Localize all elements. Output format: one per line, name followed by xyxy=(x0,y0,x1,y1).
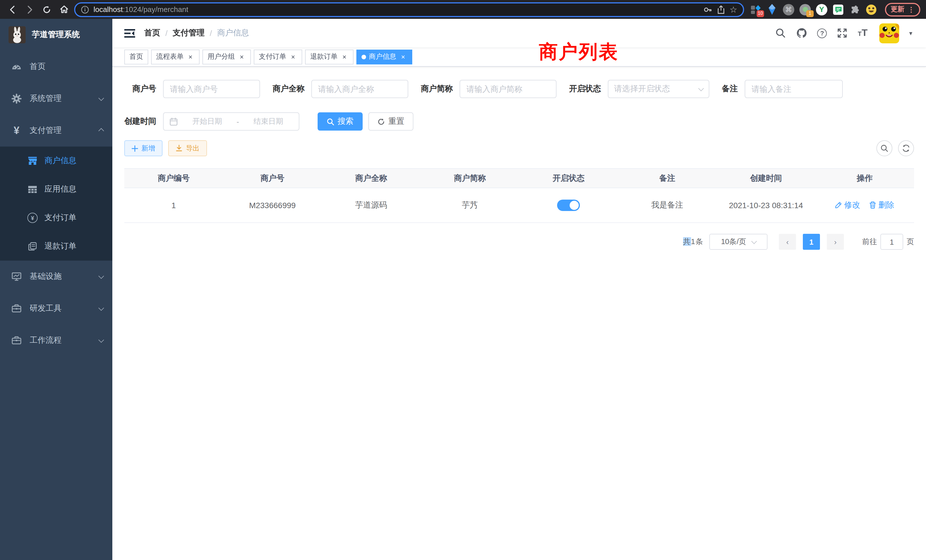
browser-menu-icon[interactable]: ⋮ xyxy=(908,5,915,14)
next-page-button[interactable]: › xyxy=(827,234,844,250)
main-content: 首页 / 支付管理 / 商户信息 ? xyxy=(112,19,926,560)
export-button[interactable]: 导出 xyxy=(168,140,207,156)
sidebar-item-payment[interactable]: ¥ 支付管理 xyxy=(0,115,112,147)
merchant-no-input[interactable] xyxy=(163,80,260,98)
page-size-select[interactable]: 10条/页 xyxy=(709,234,767,250)
tab-label: 支付订单 xyxy=(259,52,286,62)
create-time-range-picker[interactable]: 开始日期 - 结束日期 xyxy=(163,112,300,130)
tab-process-form[interactable]: 流程表单× xyxy=(151,49,200,64)
browser-reload-button[interactable] xyxy=(40,3,54,16)
password-key-icon[interactable] xyxy=(703,5,712,14)
avatar-caret-icon[interactable]: ▾ xyxy=(909,29,912,37)
sidebar-item-workflow[interactable]: 工作流程 xyxy=(0,324,112,356)
edit-link[interactable]: 修改 xyxy=(835,200,860,210)
tab-close-icon[interactable]: × xyxy=(340,53,348,61)
refresh-table-button[interactable] xyxy=(898,140,914,156)
sidebar-item-dev-tools[interactable]: 研发工具 xyxy=(0,292,112,324)
breadcrumb: 首页 / 支付管理 / 商户信息 xyxy=(144,28,249,38)
goto-label: 前往 xyxy=(862,237,877,247)
app-window: 芋道管理系统 首页 系统管理 ¥ 支付管理 xyxy=(0,19,926,560)
col-header-remark: 备注 xyxy=(618,168,716,188)
short-name-input[interactable] xyxy=(460,80,557,98)
site-info-icon[interactable] xyxy=(81,5,89,14)
delete-link[interactable]: 删除 xyxy=(869,200,894,210)
sidebar-item-label: 系统管理 xyxy=(30,94,99,104)
header-search-icon[interactable] xyxy=(775,27,787,39)
user-avatar[interactable] xyxy=(879,23,899,43)
search-icon xyxy=(327,118,334,125)
sidebar-item-system[interactable]: 系统管理 xyxy=(0,83,112,115)
download-icon xyxy=(176,145,183,152)
total-prefix: 共 xyxy=(683,237,691,246)
sidebar-logo[interactable]: 芋道管理系统 xyxy=(0,19,112,51)
chat-extension-icon[interactable] xyxy=(832,4,844,15)
tab-pay-order[interactable]: 支付订单× xyxy=(254,49,302,64)
browser-forward-button[interactable] xyxy=(23,3,36,16)
recorder-extension-icon[interactable]: 1 xyxy=(799,4,811,15)
refresh-icon xyxy=(902,144,910,152)
gem-extension-icon[interactable] xyxy=(766,4,778,15)
page-number-button[interactable]: 1 xyxy=(803,234,820,250)
help-icon[interactable]: ? xyxy=(817,28,827,38)
tab-home[interactable]: 首页 xyxy=(124,49,148,64)
url-path: :1024/pay/merchant xyxy=(123,5,188,14)
sidebar-item-label: 工作流程 xyxy=(30,335,99,345)
command-extension-icon[interactable]: ⌘ xyxy=(783,4,794,15)
tab-merchant-info[interactable]: 商户信息× xyxy=(356,49,412,64)
breadcrumb-separator: / xyxy=(210,29,212,38)
address-bar[interactable]: localhost:1024/pay/merchant ☆ xyxy=(74,2,744,17)
chevron-left-icon: ‹ xyxy=(786,238,789,246)
emoji-extension-icon[interactable] xyxy=(865,4,877,15)
browser-home-button[interactable] xyxy=(57,3,71,16)
reset-button[interactable]: 重置 xyxy=(368,112,413,130)
fullscreen-icon[interactable] xyxy=(837,27,848,39)
sidebar-collapse-button[interactable] xyxy=(120,23,140,43)
sidebar-item-merchant-info[interactable]: 商户信息 xyxy=(0,147,112,175)
sidebar-item-refund-order[interactable]: 退款订单 xyxy=(0,232,112,260)
toggle-knob xyxy=(570,201,579,210)
browser-update-button[interactable]: 更新 ⋮ xyxy=(885,3,920,16)
sidebar-item-app-info[interactable]: 应用信息 xyxy=(0,175,112,204)
dashboard-icon xyxy=(11,62,22,72)
remark-input[interactable] xyxy=(745,80,843,98)
add-button[interactable]: 新增 xyxy=(124,140,162,156)
tab-user-group[interactable]: 用户分组× xyxy=(203,49,251,64)
github-icon[interactable] xyxy=(796,27,808,39)
y-extension-icon[interactable]: Y xyxy=(816,4,828,15)
browser-back-button[interactable] xyxy=(6,3,20,16)
forward-icon xyxy=(28,6,32,13)
annotation-merchant-list: 商户列表 xyxy=(539,39,619,65)
bookmark-star-icon[interactable]: ☆ xyxy=(729,5,737,14)
search-button[interactable]: 搜索 xyxy=(318,112,363,130)
tab-refund-order[interactable]: 退款订单× xyxy=(305,49,354,64)
sidebar-item-infrastructure[interactable]: 基础设施 xyxy=(0,260,112,292)
tab-close-icon[interactable]: × xyxy=(289,53,297,61)
sidebar-item-pay-order[interactable]: ¥ 支付订单 xyxy=(0,204,112,232)
documents-icon xyxy=(27,241,38,251)
filter-status: 开启状态 请选择开启状态 xyxy=(569,80,709,98)
goto-page-input[interactable] xyxy=(881,234,903,250)
tab-close-icon[interactable]: × xyxy=(238,53,246,61)
chevron-down-icon xyxy=(751,238,757,244)
top-navbar: 首页 / 支付管理 / 商户信息 ? xyxy=(112,19,926,47)
status-select[interactable]: 请选择开启状态 xyxy=(608,80,709,98)
end-date-placeholder: 结束日期 xyxy=(244,117,293,127)
prev-page-button[interactable]: ‹ xyxy=(779,234,796,250)
tab-close-icon[interactable]: × xyxy=(399,53,407,61)
breadcrumb-home[interactable]: 首页 xyxy=(144,28,160,38)
export-label: 导出 xyxy=(186,144,200,153)
toggle-search-button[interactable] xyxy=(876,140,892,156)
puzzle-extensions-icon[interactable] xyxy=(849,4,861,15)
payment-submenu: 商户信息 应用信息 ¥ 支付订单 退款订单 xyxy=(0,147,112,260)
logo-rabbit-image xyxy=(9,26,26,43)
sidebar-item-home[interactable]: 首页 xyxy=(0,51,112,83)
font-size-icon[interactable]: TT xyxy=(858,27,867,39)
back-icon xyxy=(11,6,14,13)
breadcrumb-payment[interactable]: 支付管理 xyxy=(173,28,205,38)
tab-close-icon[interactable]: × xyxy=(186,53,194,61)
extensions-manager-icon[interactable]: 10 xyxy=(750,4,761,15)
share-icon[interactable] xyxy=(716,5,725,14)
full-name-input[interactable] xyxy=(311,80,408,98)
status-toggle[interactable] xyxy=(557,200,580,211)
filter-label: 商户简称 xyxy=(421,84,453,94)
